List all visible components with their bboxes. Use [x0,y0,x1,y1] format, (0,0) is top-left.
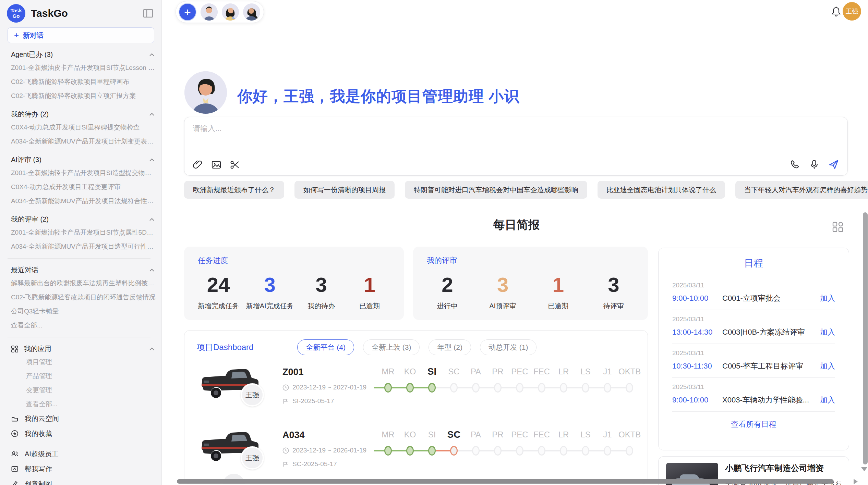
stat-label: AI预评审 [482,301,523,311]
sidebar-item[interactable]: C02-飞腾新能源轻客改款项目立项汇报方案 [11,89,157,103]
agent-avatar-3[interactable] [243,3,260,21]
milestone-node-future [560,446,567,456]
join-link[interactable]: 加入 [820,395,835,405]
section-header-recent-chats[interactable]: 最近对话 [11,265,155,275]
recent-chat-item[interactable]: 公司Q3轻卡销量 [11,304,157,318]
sidebar-item-ai-employee[interactable]: AI超级员工 [11,446,157,461]
clock-icon [282,384,289,391]
milestone-node-future [494,446,502,456]
suggestion-chip[interactable]: 当下年轻人对汽车外观有怎样的喜好趋势 [735,181,868,199]
sidebar-item[interactable]: C0X4-动力总成开发项目SI里程碑提交物检查 [11,120,157,134]
section-title: Agent已办 (3) [11,50,53,59]
scissors-icon[interactable] [230,160,240,170]
image-icon[interactable] [211,160,221,170]
milestone-label: PR [487,365,509,378]
milestone-label: LS [575,365,596,378]
tab-powertrain[interactable]: 动总开发 (1) [480,339,537,355]
section-header-ai-review[interactable]: AI评审 (3) [11,155,155,164]
apps-grid-icon [11,345,19,353]
dashboard-title: 项目Dashboard [197,342,253,353]
recent-chat-item[interactable]: 解释最新出台的欧盟报废车法规再生塑料比例被调至15%... [11,276,157,290]
milestone-nodes [377,444,640,459]
chat-input[interactable] [193,123,837,158]
sidebar: Task Go TaskGo + 新对话 Agent已办 (3) Z001-全新… [0,0,162,485]
join-link[interactable]: 加入 [820,361,835,371]
milestone-node-future [538,446,545,456]
agent-avatar-1[interactable] [201,3,218,21]
phone-call-icon[interactable] [790,159,800,170]
milestone-node-future [626,383,633,393]
schedule-date: 2025/03/11 [672,282,835,289]
milestone-label: PA [465,428,487,442]
scroll-down-arrow[interactable] [861,467,867,471]
app-item-change-mgmt[interactable]: 变更管理 [11,383,157,397]
tab-new-platform[interactable]: 全新平台 (4) [297,339,354,355]
tab-new-body[interactable]: 全新上装 (3) [363,339,420,355]
schedule-time: 9:00-10:00 [672,294,722,303]
vertical-scrollbar[interactable] [863,212,868,464]
new-chat-button[interactable]: + 新对话 [8,27,154,43]
sidebar-item[interactable]: Z001-全新燃油皮卡产品开发项目SI节点Lesson Learn报告 [11,61,157,75]
section-title: 我的评审 (2) [11,215,49,224]
sidebar-item[interactable]: A034-全新新能源MUV产品开发项目计划变更表编写 [11,134,157,148]
sidebar-item-help-write[interactable]: 帮我写作 [11,461,157,476]
project-row-z001[interactable]: 王强 Z001 2023-12-19 ~ 2027-01-19 SI-2025-… [184,364,648,418]
section-title: 我的待办 (2) [11,110,49,119]
project-row-a034[interactable]: 王强 A034 2023-12-19 ~ 2026-01-19 SC-2025-… [184,427,648,481]
agent-avatar-2[interactable] [222,3,239,21]
app-item-project-mgmt[interactable]: 项目管理 [11,355,157,369]
layout-grid-icon[interactable] [831,220,845,234]
stat-new-done: 24 新增完成任务 [198,274,239,311]
sidebar-item[interactable]: A034-全新新能源MUV产品开发项目法规符合性评审 [11,194,157,208]
suggestion-chip[interactable]: 特朗普可能对进口汽车增税会对中国车企造成哪些影响 [405,181,587,199]
my-review-title: 我的评审 [427,256,634,266]
recent-chat-item[interactable]: C02-飞腾新能源轻客改款项目的闭环通告反馈情况 [11,290,157,304]
milestone-track: MR KO SI SC PA PR PEC FEC LR LS J1 OKTB [377,364,640,396]
stat-value: 24 [198,274,239,296]
sidebar-item[interactable]: C0X4-动力总成开发项目工程变更评审 [11,180,157,194]
stat-my-todo: 3 我的待办 [301,274,342,311]
star-circle-icon [11,430,19,437]
attachment-icon[interactable] [193,160,203,170]
sidebar-collapse-icon[interactable] [142,8,154,18]
task-progress-card: 任务进度 24 新增完成任务 3 新增AI完成任务 3 我的待办 1 已逾期 [184,247,404,320]
join-link[interactable]: 加入 [820,327,835,337]
section-header-my-apps[interactable]: 我的应用 [11,344,155,353]
sidebar-item[interactable]: A034-全新新能源MUV产品开发项目造型可行性评审 [11,239,157,253]
suggestion-chip[interactable]: 比亚迪全固态电池计划具体说了什么 [598,181,725,199]
sidebar-item[interactable]: Z001-全新燃油轻卡产品开发项目SI造型提交物评审 [11,166,157,180]
chevron-up-icon [149,347,155,351]
stat-label: 已逾期 [349,301,390,311]
help-write-label: 帮我写作 [25,461,52,476]
section-header-agent-done[interactable]: Agent已办 (3) [11,50,155,59]
horizontal-scrollbar[interactable] [177,479,834,484]
recent-chats-view-all[interactable]: 查看全部... [11,318,157,332]
suggestion-chip[interactable]: 欧洲新规最近颁布了什么？ [184,181,284,199]
section-header-my-review[interactable]: 我的评审 (2) [11,215,155,224]
apps-view-all[interactable]: 查看全部... [11,397,157,411]
notification-bell-icon[interactable] [831,6,841,17]
stat-in-progress: 2 进行中 [427,274,468,311]
scroll-right-arrow[interactable] [854,479,858,484]
sidebar-item[interactable]: C02-飞腾新能源轻客改款项目里程碑画布 [11,75,157,89]
section-header-my-todo[interactable]: 我的待办 (2) [11,110,155,119]
join-link[interactable]: 加入 [820,293,835,303]
stat-label: 我的待办 [301,301,342,311]
milestone-label: LR [553,428,575,442]
tab-year-model[interactable]: 年型 (2) [429,339,471,355]
sidebar-item-cloud-space[interactable]: 我的云空间 [11,411,157,426]
microphone-icon[interactable] [809,159,819,170]
task-progress-title: 任务进度 [198,256,390,266]
app-item-product-mgmt[interactable]: 产品管理 [11,369,157,383]
user-avatar[interactable]: 王强 [843,2,861,21]
suggestion-chip[interactable]: 如何写一份清晰的项目周报 [294,181,395,199]
sidebar-item-favorites[interactable]: 我的收藏 [11,426,157,441]
logo-line1: Task [10,8,22,13]
sidebar-item-creative-draw[interactable]: 创意制图 [11,476,157,485]
stat-value: 1 [349,274,390,296]
view-all-schedule-link[interactable]: 查看所有日程 [672,419,835,430]
add-agent-button[interactable]: + [179,3,196,21]
milestone-label: SI [421,428,443,442]
send-icon[interactable] [828,159,839,170]
sidebar-item[interactable]: Z001-全新燃油轻卡产品开发项目SI节点属性5D文件评审 [11,225,157,239]
